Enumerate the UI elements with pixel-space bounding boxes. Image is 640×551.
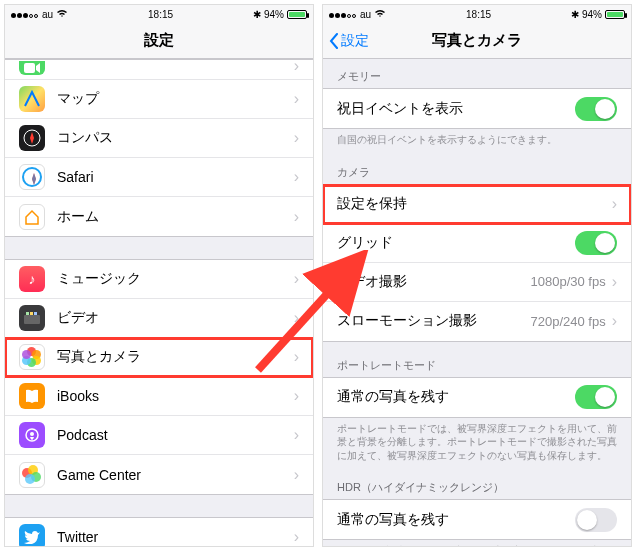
bluetooth-icon: ✱ (253, 9, 261, 20)
battery-icon (287, 10, 307, 19)
row-grid[interactable]: グリッド (323, 224, 631, 263)
back-button[interactable]: 設定 (329, 32, 369, 50)
row-value: 1080p/30 fps (530, 274, 605, 289)
row-keep-normal-photo-hdr[interactable]: 通常の写真を残す (323, 500, 631, 539)
video-icon (19, 305, 45, 331)
svg-marker-4 (32, 173, 36, 185)
ibooks-icon (19, 383, 45, 409)
section-header-portrait: ポートレートモード (323, 348, 631, 377)
row-label: 通常の写真を残す (337, 388, 575, 406)
section-header-hdr: HDR（ハイダイナミックレンジ） (323, 470, 631, 499)
chevron-right-icon: › (294, 270, 299, 288)
chevron-right-icon: › (612, 273, 617, 291)
row-preserve-settings[interactable]: 設定を保持 › (323, 185, 631, 224)
row-value: 720p/240 fps (530, 314, 605, 329)
row-label: 設定を保持 (337, 195, 612, 213)
row-holiday-events[interactable]: 祝日イベントを表示 (323, 89, 631, 128)
settings-row--[interactable]: ビデオ› (5, 299, 313, 338)
row-keep-normal-photo[interactable]: 通常の写真を残す (323, 378, 631, 417)
settings-row-safari[interactable]: Safari› (5, 158, 313, 197)
svg-rect-5 (24, 315, 40, 324)
bluetooth-icon: ✱ (571, 9, 579, 20)
row-label: ホーム (57, 208, 294, 226)
chevron-right-icon: › (294, 129, 299, 147)
signal-dots-icon (11, 9, 39, 20)
row-label: グリッド (337, 234, 575, 252)
chevron-right-icon: › (294, 208, 299, 226)
svg-marker-2 (30, 132, 34, 144)
chevron-right-icon: › (294, 59, 299, 75)
chevron-right-icon: › (294, 309, 299, 327)
chevron-right-icon: › (612, 195, 617, 213)
clock: 18:15 (148, 9, 173, 20)
settings-row--[interactable]: マップ› (5, 80, 313, 119)
settings-row--[interactable]: 写真とカメラ› (5, 338, 313, 377)
gamecenter-icon (19, 462, 45, 488)
section-header-camera: カメラ (323, 155, 631, 184)
battery-pct: 94% (264, 9, 284, 20)
wifi-icon (56, 9, 68, 20)
chevron-right-icon: › (612, 312, 617, 330)
settings-row--[interactable]: ホーム› (5, 197, 313, 236)
row-label: iBooks (57, 388, 294, 404)
battery-pct: 94% (582, 9, 602, 20)
toggle-on[interactable] (575, 231, 617, 255)
facetime-icon (19, 61, 45, 75)
settings-row-twitter[interactable]: Twitter› (5, 518, 313, 546)
wifi-icon (374, 9, 386, 20)
settings-row-game-center[interactable]: Game Center› (5, 455, 313, 494)
svg-rect-6 (26, 312, 29, 315)
row-label: Podcast (57, 427, 294, 443)
battery-icon (605, 10, 625, 19)
toggle-on[interactable] (575, 97, 617, 121)
clock: 18:15 (466, 9, 491, 20)
photos-icon (19, 344, 45, 370)
status-bar: au 18:15 ✱ 94% (323, 5, 631, 23)
safari-icon (19, 164, 45, 190)
status-bar: au 18:15 ✱ 94% (5, 5, 313, 23)
page-title: 写真とカメラ (432, 31, 522, 50)
photos-camera-list[interactable]: メモリー 祝日イベントを表示 自国の祝日イベントを表示するようにできます。 カメ… (323, 59, 631, 546)
chevron-right-icon: › (294, 348, 299, 366)
carrier-label: au (42, 9, 53, 20)
toggle-on[interactable] (575, 385, 617, 409)
chevron-right-icon: › (294, 90, 299, 108)
row-label: 祝日イベントを表示 (337, 100, 575, 118)
row-label: Twitter (57, 529, 294, 545)
row-label: コンパス (57, 129, 294, 147)
settings-screen: au 18:15 ✱ 94% 設定 ›マップ›コンパス›Safari›ホーム› … (4, 4, 314, 547)
chevron-left-icon (329, 33, 339, 49)
settings-row-ibooks[interactable]: iBooks› (5, 377, 313, 416)
row-label: ミュージック (57, 270, 294, 288)
footer-note: ポートレートモードでは、被写界深度エフェクトを用いて、前景と背景を分離します。ポ… (323, 418, 631, 471)
row-label: 通常の写真を残す (337, 511, 575, 529)
nav-bar: 設定 (5, 23, 313, 59)
section-header-memory: メモリー (323, 59, 631, 88)
chevron-right-icon: › (294, 387, 299, 405)
settings-row--[interactable]: コンパス› (5, 119, 313, 158)
row-record-slomo[interactable]: スローモーション撮影 720p/240 fps › (323, 302, 631, 341)
row-label: Game Center (57, 467, 294, 483)
page-title: 設定 (144, 31, 174, 50)
row-label: ビデオ撮影 (337, 273, 530, 291)
settings-list[interactable]: ›マップ›コンパス›Safari›ホーム› ♪ミュージック›ビデオ›写真とカメラ… (5, 59, 313, 546)
signal-dots-icon (329, 9, 357, 20)
chevron-right-icon: › (294, 168, 299, 186)
row-label: ビデオ (57, 309, 294, 327)
toggle-off[interactable] (575, 508, 617, 532)
podcast-icon (19, 422, 45, 448)
maps-icon (19, 86, 45, 112)
svg-point-10 (30, 432, 34, 436)
compass-icon (19, 125, 45, 151)
settings-row-podcast[interactable]: Podcast› (5, 416, 313, 455)
chevron-right-icon: › (294, 466, 299, 484)
row-record-video[interactable]: ビデオ撮影 1080p/30 fps › (323, 263, 631, 302)
settings-row-facetime[interactable]: › (5, 60, 313, 80)
chevron-right-icon: › (294, 528, 299, 546)
row-label: Safari (57, 169, 294, 185)
row-label: マップ (57, 90, 294, 108)
footer-note: 自国の祝日イベントを表示するようにできます。 (323, 129, 631, 155)
settings-row--[interactable]: ♪ミュージック› (5, 260, 313, 299)
svg-rect-8 (34, 312, 37, 315)
svg-rect-0 (24, 63, 35, 73)
